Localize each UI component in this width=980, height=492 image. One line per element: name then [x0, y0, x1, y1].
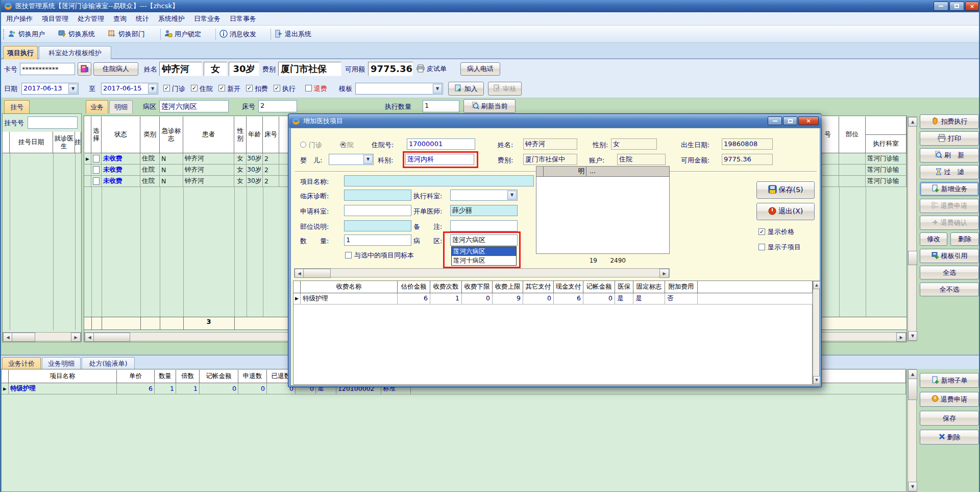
delete-button[interactable]: 删除: [950, 232, 979, 246]
bottom-refund-apply-button[interactable]: 退费申请: [920, 392, 979, 407]
admission-no-input[interactable]: 17000001: [407, 138, 475, 150]
menu-project-mgmt[interactable]: 项目管理: [42, 13, 68, 25]
new-sub-order-button[interactable]: 新增子单: [920, 373, 979, 388]
show-price-checkbox[interactable]: ✓: [758, 228, 765, 235]
scroll-thumb[interactable]: [908, 251, 917, 265]
clinical-diag-input[interactable]: [344, 190, 411, 201]
scroll-thumb[interactable]: [12, 333, 35, 342]
refresh-current-button[interactable]: 刷新当前: [463, 99, 516, 113]
menu-sys-maint[interactable]: 系统维护: [158, 13, 185, 25]
request-dept-input[interactable]: [344, 205, 411, 216]
menu-user-ops[interactable]: 用户操作: [6, 13, 33, 25]
switch-dept-button[interactable]: 切换部门: [108, 29, 145, 40]
exec-qty-input[interactable]: 1: [423, 100, 459, 112]
fee-row-name[interactable]: 特级护理: [301, 293, 398, 304]
charge-exec-button[interactable]: 扣费执行: [920, 114, 979, 129]
outpatient-checkbox-label[interactable]: 门诊: [172, 83, 185, 95]
inpatient-checkbox-label[interactable]: 住院: [200, 83, 213, 95]
filter-button[interactable]: 过 滤: [920, 165, 979, 179]
switch-system-button[interactable]: 切换系统: [58, 29, 95, 40]
scroll-right-icon[interactable]: ▶: [659, 269, 669, 278]
scroll-right-icon[interactable]: ▶: [71, 333, 81, 342]
pricing-vscrollbar[interactable]: ▲ ▼: [908, 369, 917, 492]
row-select-cell[interactable]: [91, 153, 102, 165]
scroll-down-icon[interactable]: ▼: [813, 376, 820, 384]
row-select-cell[interactable]: [91, 165, 102, 176]
doctor-input[interactable]: 薛少丽: [450, 205, 518, 216]
dialog-close-button[interactable]: ×: [798, 116, 819, 125]
qty-input[interactable]: 1: [344, 235, 411, 246]
scroll-up-icon[interactable]: ▲: [908, 117, 917, 127]
business-vscrollbar[interactable]: ▲ ▼: [908, 116, 917, 341]
minimize-button[interactable]: [934, 2, 948, 11]
scroll-up-icon[interactable]: ▲: [908, 369, 917, 379]
new-business-button[interactable]: 新增业务: [920, 182, 979, 196]
new-checkbox-label[interactable]: 新开: [227, 83, 240, 95]
chevron-down-icon[interactable]: ▼: [433, 84, 442, 93]
row-select-cell[interactable]: [91, 176, 102, 187]
template-combo[interactable]: ▼: [355, 83, 443, 95]
modify-button[interactable]: 修改: [920, 232, 947, 246]
charge-checkbox-label[interactable]: 扣费: [255, 83, 268, 95]
print-button[interactable]: 打印: [920, 131, 979, 146]
messages-button[interactable]: 消息收发: [219, 29, 256, 40]
scroll-thumb[interactable]: [303, 269, 331, 278]
menu-query[interactable]: 查询: [113, 13, 127, 25]
pricing-row-item[interactable]: 特级护理: [9, 383, 117, 394]
scroll-down-icon[interactable]: ▼: [908, 331, 917, 341]
reg-no-input[interactable]: [28, 116, 78, 129]
refund-confirm-button[interactable]: 退费确认: [920, 216, 979, 230]
exec-checkbox[interactable]: ✓: [274, 85, 280, 91]
select-none-button[interactable]: 全不选: [920, 283, 979, 296]
switch-user-button[interactable]: 切换用户: [8, 29, 45, 40]
refund-checkbox-label[interactable]: 退费: [314, 83, 327, 95]
chevron-down-icon[interactable]: ▼: [363, 155, 373, 164]
show-sub-label[interactable]: 显示子项目: [768, 242, 801, 253]
dialog-minimize-button[interactable]: [768, 116, 782, 125]
row-checkbox[interactable]: [93, 155, 100, 162]
show-price-label[interactable]: 显示价格: [768, 226, 794, 238]
exec-dept-combo[interactable]: ▼: [450, 190, 518, 201]
card-reader-button[interactable]: [78, 62, 91, 76]
fee-vscrollbar[interactable]: ▲ ▼: [813, 280, 820, 385]
date-to-combo[interactable]: 2017-06-15▼: [101, 83, 158, 95]
same-specimen-checkbox[interactable]: [345, 252, 352, 259]
scroll-right-icon[interactable]: ▶: [896, 333, 906, 342]
menu-daily-biz[interactable]: 日常业务: [194, 13, 220, 25]
reg-hscrollbar[interactable]: ◀ ▶: [3, 332, 81, 341]
tab-biz-detail[interactable]: 业务明细: [42, 357, 81, 370]
dialog-hscrollbar[interactable]: ◀ ▶: [294, 268, 670, 277]
scroll-thumb[interactable]: [93, 333, 130, 342]
ward-input[interactable]: 莲河六病区: [159, 100, 229, 112]
scroll-down-icon[interactable]: ▼: [908, 482, 917, 491]
maximize-button[interactable]: [949, 2, 964, 11]
chevron-down-icon[interactable]: ▼: [68, 84, 78, 93]
item-name-input[interactable]: [344, 175, 534, 186]
refund-apply-button[interactable]: 退费申请: [920, 199, 979, 213]
bottom-save-button[interactable]: 保存: [920, 411, 979, 426]
part-input[interactable]: [344, 220, 411, 231]
refresh-button[interactable]: 刷 新: [920, 148, 979, 162]
menu-rx-mgmt[interactable]: 处方管理: [78, 13, 104, 25]
scroll-up-icon[interactable]: ▲: [813, 281, 820, 289]
tab-project-exec[interactable]: 项目执行: [3, 46, 38, 59]
patient-phone-button[interactable]: 病人电话: [460, 62, 500, 76]
bottom-delete-button[interactable]: 删除: [920, 430, 979, 444]
exit-system-button[interactable]: 退出系统: [275, 29, 311, 40]
tab-template-maint[interactable]: 科室处方模板维护: [39, 46, 111, 59]
close-button[interactable]: ×: [965, 2, 979, 11]
outpatient-radio-label[interactable]: 门诊: [309, 139, 322, 151]
row-checkbox[interactable]: [93, 177, 100, 185]
menu-stats[interactable]: 统计: [136, 13, 149, 25]
audit-button[interactable]: 审核: [488, 82, 522, 96]
select-all-button[interactable]: 全选: [920, 266, 979, 279]
show-sub-checkbox[interactable]: [758, 244, 765, 250]
inpatient-button[interactable]: 住院病人: [93, 62, 138, 76]
dialog-exit-button[interactable]: 退出(X): [756, 203, 815, 220]
row-checkbox[interactable]: [93, 166, 100, 174]
same-specimen-label[interactable]: 与选中的项目同标本: [354, 250, 414, 261]
card-no-input[interactable]: ***********: [20, 63, 75, 75]
dialog-maximize-button[interactable]: [783, 116, 797, 125]
tab-detail[interactable]: 明细: [109, 100, 133, 113]
baby-combo[interactable]: ▼: [329, 154, 374, 165]
